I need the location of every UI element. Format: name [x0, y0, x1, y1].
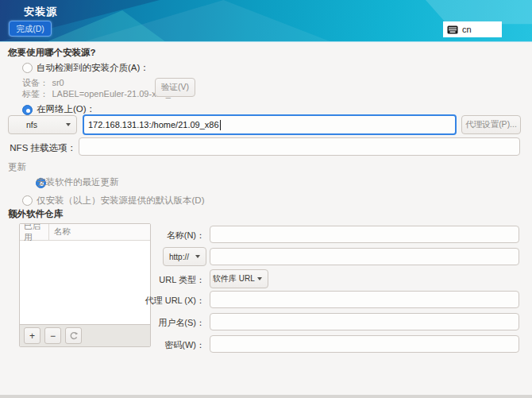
- nfs-options-input[interactable]: [79, 137, 520, 156]
- url-type-dropdown[interactable]: 软件库 URL: [210, 269, 268, 288]
- repo-name-label: 名称(N)：: [143, 230, 205, 242]
- chevron-down-icon: [195, 255, 200, 258]
- repo-protocol-value: http://: [164, 253, 195, 261]
- repos-table-header: 已启用 名称: [20, 224, 150, 241]
- auto-media-radio[interactable]: [22, 63, 33, 73]
- network-source-label[interactable]: 在网络上(O)：: [37, 103, 95, 115]
- media-tag-label: 标签：: [22, 89, 48, 99]
- default-versions-label[interactable]: 仅安装（以上）安装源提供的默认版本(D): [37, 195, 204, 207]
- updates-heading: 更新: [8, 161, 26, 173]
- auto-media-label[interactable]: 自动检测到的安装介质(A)：: [37, 62, 149, 74]
- keyboard-layout-label: cn: [462, 25, 472, 34]
- keyboard-icon: [447, 25, 458, 34]
- password-input[interactable]: [210, 335, 519, 353]
- proxy-settings-button[interactable]: 代理设置(P)...: [461, 115, 521, 134]
- password-label: 密码(W)：: [143, 339, 205, 351]
- protocol-value: nfs: [9, 120, 66, 129]
- column-header-name[interactable]: 名称: [49, 226, 71, 238]
- done-button[interactable]: 完成(D): [9, 21, 52, 37]
- add-repo-button[interactable]: +: [24, 327, 40, 344]
- additional-repos-heading: 额外软件仓库: [8, 208, 63, 220]
- window-bottom-edge: [0, 395, 532, 398]
- protocol-dropdown[interactable]: nfs: [8, 115, 77, 134]
- url-type-value: 软件库 URL: [210, 273, 257, 284]
- chevron-down-icon: [257, 277, 262, 280]
- refresh-repo-button[interactable]: [65, 327, 82, 344]
- column-header-enabled[interactable]: 已启用: [20, 224, 49, 240]
- repo-proxy-url-label: 代理 URL (X)：: [143, 295, 205, 307]
- repo-name-input[interactable]: [210, 226, 519, 243]
- source-url-input[interactable]: 172.168.131.13:/home/21.09_x86: [83, 114, 457, 135]
- network-source-radio[interactable]: [22, 105, 33, 115]
- keyboard-layout-indicator[interactable]: cn: [443, 21, 502, 37]
- remove-repo-button[interactable]: −: [44, 327, 61, 344]
- verify-button[interactable]: 验证(V): [155, 78, 195, 97]
- username-label: 用户名(S)：: [143, 317, 205, 329]
- repo-url-input[interactable]: [210, 248, 519, 265]
- nfs-options-label: NFS 挂载选项：: [8, 142, 76, 154]
- repo-proxy-url-input[interactable]: [210, 291, 519, 308]
- username-input[interactable]: [210, 313, 519, 330]
- repos-table: 已启用 名称 + −: [19, 223, 151, 347]
- page-title: 安装源: [24, 5, 57, 19]
- latest-updates-label[interactable]: 安装软件的最近更新: [37, 176, 119, 188]
- header-banner: 安装源 完成(D) cn: [0, 0, 532, 42]
- repos-toolbar: + −: [20, 324, 150, 346]
- repo-protocol-dropdown[interactable]: http://: [163, 247, 206, 266]
- text-caret: [220, 120, 221, 130]
- repos-table-body[interactable]: [20, 241, 150, 324]
- chevron-down-icon: [66, 123, 71, 126]
- url-type-label: URL 类型：: [143, 274, 205, 286]
- installation-source-window: 安装源 完成(D) cn 您要使用哪个安装源? 自动检测到的安装介质(A)： 设…: [0, 0, 532, 398]
- source-question-heading: 您要使用哪个安装源?: [8, 47, 96, 59]
- source-url-value: 172.168.131.13:/home/21.09_x86: [88, 120, 219, 129]
- default-versions-radio[interactable]: [22, 195, 33, 206]
- refresh-icon: [69, 331, 79, 341]
